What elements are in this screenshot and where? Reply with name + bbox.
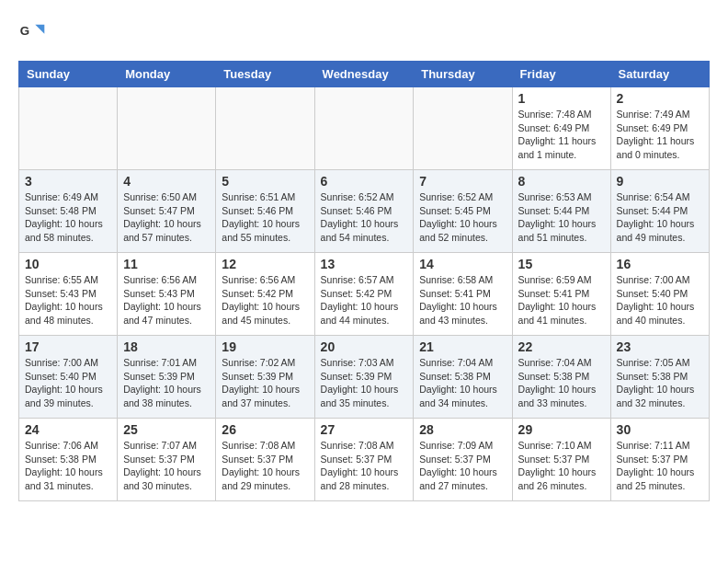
day-number: 5 — [222, 174, 308, 189]
calendar-cell: 20Sunrise: 7:03 AM Sunset: 5:39 PM Dayli… — [314, 336, 414, 419]
weekday-header-thursday: Thursday — [414, 62, 512, 87]
calendar-cell: 6Sunrise: 6:52 AM Sunset: 5:46 PM Daylig… — [314, 170, 414, 253]
weekday-header-sunday: Sunday — [19, 62, 118, 87]
day-number: 25 — [123, 422, 210, 437]
week-row-4: 17Sunrise: 7:00 AM Sunset: 5:40 PM Dayli… — [19, 336, 710, 419]
calendar-cell: 1Sunrise: 7:48 AM Sunset: 6:49 PM Daylig… — [512, 87, 610, 170]
day-info: Sunrise: 7:11 AM Sunset: 5:37 PM Dayligh… — [617, 439, 703, 493]
day-info: Sunrise: 6:54 AM Sunset: 5:44 PM Dayligh… — [617, 190, 703, 245]
day-info: Sunrise: 7:00 AM Sunset: 5:40 PM Dayligh… — [617, 273, 703, 327]
logo-icon: G — [18, 18, 46, 46]
day-number: 27 — [321, 422, 408, 437]
weekday-header-friday: Friday — [512, 62, 610, 87]
calendar-cell: 26Sunrise: 7:08 AM Sunset: 5:37 PM Dayli… — [216, 419, 314, 501]
calendar-cell: 17Sunrise: 7:00 AM Sunset: 5:40 PM Dayli… — [19, 336, 118, 419]
day-info: Sunrise: 6:52 AM Sunset: 5:45 PM Dayligh… — [419, 190, 506, 245]
calendar-cell: 22Sunrise: 7:04 AM Sunset: 5:38 PM Dayli… — [512, 336, 610, 419]
day-number: 8 — [518, 174, 605, 189]
day-info: Sunrise: 6:55 AM Sunset: 5:43 PM Dayligh… — [25, 273, 111, 327]
calendar-cell: 30Sunrise: 7:11 AM Sunset: 5:37 PM Dayli… — [610, 419, 709, 501]
svg-text:G: G — [20, 24, 29, 38]
calendar-cell: 13Sunrise: 6:57 AM Sunset: 5:42 PM Dayli… — [314, 253, 414, 336]
day-number: 20 — [321, 339, 408, 354]
week-row-1: 1Sunrise: 7:48 AM Sunset: 6:49 PM Daylig… — [19, 87, 710, 170]
day-number: 6 — [321, 174, 408, 189]
calendar-cell: 11Sunrise: 6:56 AM Sunset: 5:43 PM Dayli… — [118, 253, 216, 336]
day-info: Sunrise: 7:10 AM Sunset: 5:37 PM Dayligh… — [518, 439, 605, 493]
day-info: Sunrise: 7:03 AM Sunset: 5:39 PM Dayligh… — [321, 356, 408, 410]
day-info: Sunrise: 6:49 AM Sunset: 5:48 PM Dayligh… — [25, 190, 111, 245]
day-number: 1 — [518, 91, 605, 106]
calendar-cell: 3Sunrise: 6:49 AM Sunset: 5:48 PM Daylig… — [19, 170, 118, 253]
calendar-cell: 19Sunrise: 7:02 AM Sunset: 5:39 PM Dayli… — [216, 336, 314, 419]
calendar-cell: 4Sunrise: 6:50 AM Sunset: 5:47 PM Daylig… — [118, 170, 216, 253]
day-info: Sunrise: 6:53 AM Sunset: 5:44 PM Dayligh… — [518, 190, 605, 245]
day-number: 24 — [25, 422, 111, 437]
day-number: 17 — [25, 339, 111, 354]
day-info: Sunrise: 6:56 AM Sunset: 5:42 PM Dayligh… — [222, 273, 308, 327]
calendar-cell — [216, 87, 314, 170]
day-info: Sunrise: 7:07 AM Sunset: 5:37 PM Dayligh… — [123, 439, 210, 493]
day-number: 2 — [617, 91, 703, 106]
day-info: Sunrise: 6:50 AM Sunset: 5:47 PM Dayligh… — [123, 190, 210, 245]
day-number: 19 — [222, 339, 308, 354]
calendar-cell: 16Sunrise: 7:00 AM Sunset: 5:40 PM Dayli… — [610, 253, 709, 336]
weekday-header-monday: Monday — [118, 62, 216, 87]
weekday-header-tuesday: Tuesday — [216, 62, 314, 87]
day-info: Sunrise: 6:51 AM Sunset: 5:46 PM Dayligh… — [222, 190, 308, 245]
day-number: 14 — [419, 257, 506, 271]
calendar-cell: 25Sunrise: 7:07 AM Sunset: 5:37 PM Dayli… — [118, 419, 216, 501]
calendar-cell — [118, 87, 216, 170]
day-number: 29 — [518, 422, 605, 437]
weekday-header-row: SundayMondayTuesdayWednesdayThursdayFrid… — [19, 62, 710, 87]
day-number: 30 — [617, 422, 703, 437]
day-number: 26 — [222, 422, 308, 437]
calendar-cell: 24Sunrise: 7:06 AM Sunset: 5:38 PM Dayli… — [19, 419, 118, 501]
calendar-cell — [414, 87, 512, 170]
day-info: Sunrise: 6:56 AM Sunset: 5:43 PM Dayligh… — [123, 273, 210, 327]
calendar-cell: 27Sunrise: 7:08 AM Sunset: 5:37 PM Dayli… — [314, 419, 414, 501]
calendar-cell: 15Sunrise: 6:59 AM Sunset: 5:41 PM Dayli… — [512, 253, 610, 336]
calendar-cell: 5Sunrise: 6:51 AM Sunset: 5:46 PM Daylig… — [216, 170, 314, 253]
day-number: 22 — [518, 339, 605, 354]
day-number: 3 — [25, 174, 111, 189]
calendar: SundayMondayTuesdayWednesdayThursdayFrid… — [18, 61, 710, 501]
weekday-header-wednesday: Wednesday — [314, 62, 414, 87]
calendar-cell — [19, 87, 118, 170]
day-info: Sunrise: 6:59 AM Sunset: 5:41 PM Dayligh… — [518, 273, 605, 327]
logo: G — [18, 18, 50, 46]
weekday-header-saturday: Saturday — [610, 62, 709, 87]
calendar-cell: 2Sunrise: 7:49 AM Sunset: 6:49 PM Daylig… — [610, 87, 709, 170]
calendar-cell — [314, 87, 414, 170]
day-number: 18 — [123, 339, 210, 354]
calendar-cell: 7Sunrise: 6:52 AM Sunset: 5:45 PM Daylig… — [414, 170, 512, 253]
calendar-cell: 23Sunrise: 7:05 AM Sunset: 5:38 PM Dayli… — [610, 336, 709, 419]
day-info: Sunrise: 7:05 AM Sunset: 5:38 PM Dayligh… — [617, 356, 703, 410]
day-info: Sunrise: 7:09 AM Sunset: 5:37 PM Dayligh… — [419, 439, 506, 493]
calendar-cell: 28Sunrise: 7:09 AM Sunset: 5:37 PM Dayli… — [414, 419, 512, 501]
calendar-cell: 29Sunrise: 7:10 AM Sunset: 5:37 PM Dayli… — [512, 419, 610, 501]
week-row-5: 24Sunrise: 7:06 AM Sunset: 5:38 PM Dayli… — [19, 419, 710, 501]
calendar-cell: 21Sunrise: 7:04 AM Sunset: 5:38 PM Dayli… — [414, 336, 512, 419]
day-number: 10 — [25, 257, 111, 271]
day-info: Sunrise: 7:48 AM Sunset: 6:49 PM Dayligh… — [518, 108, 605, 162]
day-info: Sunrise: 7:04 AM Sunset: 5:38 PM Dayligh… — [518, 356, 605, 410]
calendar-cell: 12Sunrise: 6:56 AM Sunset: 5:42 PM Dayli… — [216, 253, 314, 336]
day-info: Sunrise: 7:49 AM Sunset: 6:49 PM Dayligh… — [617, 108, 703, 162]
day-info: Sunrise: 7:04 AM Sunset: 5:38 PM Dayligh… — [419, 356, 506, 410]
day-number: 7 — [419, 174, 506, 189]
day-info: Sunrise: 7:02 AM Sunset: 5:39 PM Dayligh… — [222, 356, 308, 410]
day-info: Sunrise: 6:57 AM Sunset: 5:42 PM Dayligh… — [321, 273, 408, 327]
day-number: 12 — [222, 257, 308, 271]
calendar-cell: 10Sunrise: 6:55 AM Sunset: 5:43 PM Dayli… — [19, 253, 118, 336]
svg-marker-1 — [35, 25, 44, 34]
day-info: Sunrise: 6:58 AM Sunset: 5:41 PM Dayligh… — [419, 273, 506, 327]
day-info: Sunrise: 6:52 AM Sunset: 5:46 PM Dayligh… — [321, 190, 408, 245]
calendar-cell: 8Sunrise: 6:53 AM Sunset: 5:44 PM Daylig… — [512, 170, 610, 253]
day-number: 16 — [617, 257, 703, 271]
week-row-3: 10Sunrise: 6:55 AM Sunset: 5:43 PM Dayli… — [19, 253, 710, 336]
day-number: 21 — [419, 339, 506, 354]
day-info: Sunrise: 7:08 AM Sunset: 5:37 PM Dayligh… — [222, 439, 308, 493]
day-info: Sunrise: 7:06 AM Sunset: 5:38 PM Dayligh… — [25, 439, 111, 493]
day-info: Sunrise: 7:08 AM Sunset: 5:37 PM Dayligh… — [321, 439, 408, 493]
